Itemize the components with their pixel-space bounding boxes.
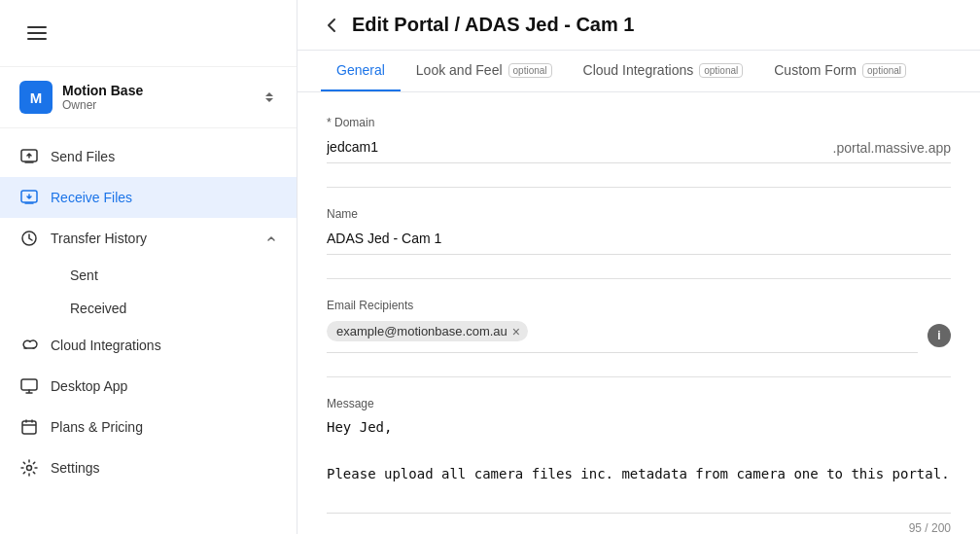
- transfer-history-sub: Sent Received: [0, 259, 297, 325]
- sidebar-item-settings[interactable]: Settings: [0, 447, 297, 488]
- main-content: Edit Portal / ADAS Jed - Cam 1 General L…: [298, 0, 980, 534]
- plans-pricing-icon: [19, 417, 39, 437]
- menu-icon[interactable]: [19, 16, 54, 51]
- domain-divider: [327, 187, 951, 188]
- tab-general[interactable]: General: [321, 51, 401, 91]
- email-divider: [327, 376, 951, 377]
- sidebar-item-desktop-app[interactable]: Desktop App: [0, 366, 297, 407]
- email-recipients-field: Email Recipients example@motionbase.com.…: [327, 299, 951, 353]
- plans-pricing-label: Plans & Pricing: [51, 419, 143, 435]
- sidebar-nav: Send Files Receive Files Transfer His: [0, 128, 297, 534]
- settings-icon: [19, 458, 39, 478]
- svg-rect-7: [22, 421, 36, 434]
- email-chip-text: example@motionbase.com.au: [336, 324, 508, 338]
- remove-email-chip-button[interactable]: ×: [512, 325, 520, 338]
- domain-suffix: .portal.massive.app: [833, 140, 951, 156]
- send-files-icon: [19, 147, 39, 166]
- name-divider: [327, 278, 951, 279]
- name-label: Name: [327, 207, 951, 221]
- svg-point-8: [27, 466, 32, 471]
- svg-rect-0: [27, 26, 47, 28]
- tab-cloud-integrations-badge: optional: [699, 63, 743, 78]
- page-header: Edit Portal / ADAS Jed - Cam 1: [298, 0, 980, 51]
- back-button[interactable]: [321, 15, 342, 36]
- message-label: Message: [327, 397, 951, 410]
- sidebar-item-cloud-integrations[interactable]: Cloud Integrations: [0, 325, 297, 366]
- tab-bar: General Look and Feel optional Cloud Int…: [298, 51, 980, 92]
- message-field: Message Hey Jed, Please upload all camer…: [327, 397, 951, 534]
- transfer-history-label: Transfer History: [51, 231, 147, 246]
- email-chip-container: example@motionbase.com.au ×: [327, 318, 918, 353]
- desktop-app-icon: [19, 376, 39, 396]
- settings-label: Settings: [51, 460, 100, 476]
- svg-rect-6: [21, 379, 37, 390]
- receive-files-icon: [19, 188, 39, 207]
- user-details: Motion Base Owner: [62, 83, 143, 112]
- tab-custom-form[interactable]: Custom Form optional: [758, 51, 922, 91]
- sidebar-item-plans-pricing[interactable]: Plans & Pricing: [0, 407, 297, 447]
- avatar: M: [19, 81, 52, 114]
- cloud-integrations-label: Cloud Integrations: [51, 338, 161, 353]
- sidebar-item-send-files[interactable]: Send Files: [0, 136, 297, 177]
- sidebar-item-sent[interactable]: Sent: [51, 259, 297, 292]
- domain-label: * Domain: [327, 116, 951, 129]
- page-title: Edit Portal / ADAS Jed - Cam 1: [352, 14, 634, 36]
- email-recipients-info-icon[interactable]: i: [928, 324, 951, 347]
- receive-files-label: Receive Files: [51, 190, 132, 205]
- domain-field: * Domain .portal.massive.app: [327, 116, 951, 163]
- sidebar: M Motion Base Owner Send Files: [0, 0, 298, 534]
- tab-custom-form-badge: optional: [862, 63, 906, 78]
- svg-rect-2: [27, 38, 47, 40]
- user-name: Motion Base: [62, 83, 143, 98]
- email-recipients-label: Email Recipients: [327, 299, 951, 312]
- tab-look-and-feel-badge: optional: [508, 63, 552, 78]
- user-role: Owner: [62, 98, 143, 112]
- send-files-label: Send Files: [51, 149, 115, 164]
- message-input[interactable]: Hey Jed, Please upload all camera files …: [327, 416, 951, 514]
- user-chevron-icon[interactable]: [262, 88, 277, 107]
- sidebar-item-receive-files[interactable]: Receive Files: [0, 177, 297, 218]
- tab-look-and-feel[interactable]: Look and Feel optional: [401, 51, 568, 91]
- form-area: * Domain .portal.massive.app Name Email …: [298, 92, 980, 534]
- cloud-integrations-icon: [19, 336, 39, 355]
- name-field: Name: [327, 207, 951, 255]
- svg-rect-1: [27, 32, 47, 34]
- char-count: 95 / 200: [327, 521, 951, 534]
- email-chip: example@motionbase.com.au ×: [327, 321, 528, 341]
- name-input[interactable]: [327, 227, 951, 255]
- transfer-history-icon: [19, 229, 39, 248]
- sidebar-item-received[interactable]: Received: [51, 292, 297, 325]
- sidebar-header: [0, 0, 297, 67]
- desktop-app-label: Desktop App: [51, 378, 127, 394]
- sidebar-item-transfer-history[interactable]: Transfer History: [0, 218, 297, 259]
- tab-cloud-integrations[interactable]: Cloud Integrations optional: [568, 51, 759, 91]
- user-info: M Motion Base Owner: [19, 81, 262, 114]
- user-section[interactable]: M Motion Base Owner: [0, 67, 297, 128]
- transfer-history-chevron-icon[interactable]: [265, 232, 277, 244]
